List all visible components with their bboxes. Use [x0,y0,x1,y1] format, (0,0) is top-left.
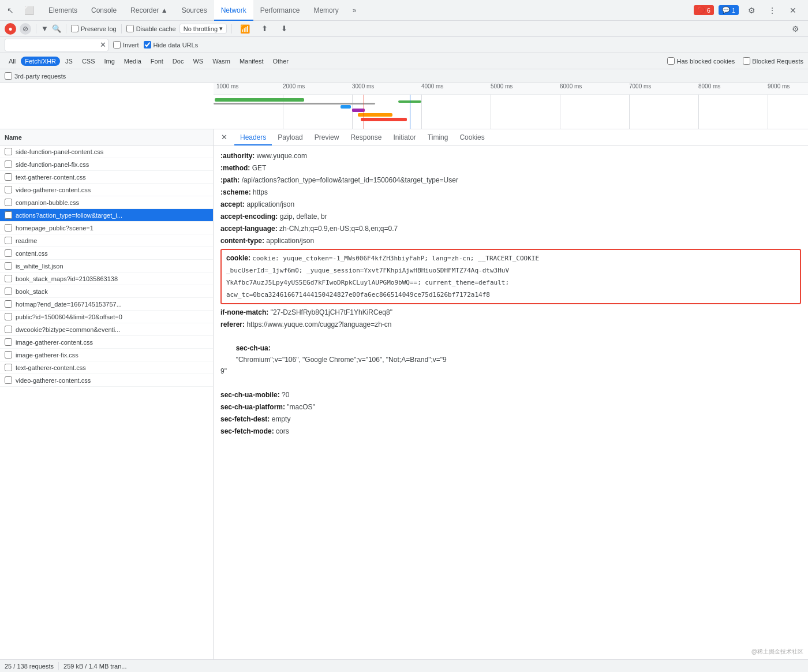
tab-console[interactable]: Console [84,0,124,21]
filter-js[interactable]: JS [61,57,77,66]
tab-initiator[interactable]: Initiator [387,129,421,145]
inspect-icon[interactable]: ⬜ [21,2,37,18]
filter-media[interactable]: Media [120,57,145,66]
req-name: side-function-panel-content.css [16,148,103,155]
req-checkbox[interactable] [5,326,12,333]
hk-sec-ch-ua-platform: sec-ch-ua-platform: [220,403,285,411]
network-settings-icon[interactable]: ⚙ [787,21,803,37]
blocked-requests-label: Blocked Requests [752,58,803,65]
tab-performance[interactable]: Performance [253,0,307,21]
req-checkbox[interactable] [5,262,12,270]
tab-preview[interactable]: Preview [309,129,345,145]
download-icon[interactable]: ⬇ [276,21,292,37]
hk-if-none-match: if-none-match: [220,308,268,316]
list-item-selected[interactable]: actions?action_type=follow&target_i... [0,209,213,222]
time-label-9000: 9000 ms [768,83,790,89]
filter-css[interactable]: CSS [78,57,99,66]
search-icon[interactable]: 🔍 [52,24,61,33]
tab-recorder[interactable]: Recorder ▲ [124,0,175,21]
tab-network[interactable]: Network [214,0,253,21]
req-checkbox[interactable] [5,224,12,232]
upload-icon[interactable]: ⬆ [256,21,272,37]
has-blocked-cookies-check[interactable]: Has blocked cookies [667,57,735,65]
tab-response[interactable]: Response [345,129,387,145]
wifi-icon[interactable]: 📶 [237,21,253,37]
req-checkbox[interactable] [5,199,12,206]
list-item[interactable]: video-gatherer-content.css [0,184,213,196]
req-checkbox[interactable] [5,338,12,346]
tab-elements[interactable]: Elements [42,0,84,21]
disable-cache-checkbox[interactable]: Disable cache [126,25,176,32]
req-checkbox[interactable] [5,300,12,308]
list-item[interactable]: image-gatherer-fix.css [0,349,213,361]
list-item[interactable]: public?id=1500604&limit=20&offset=0 [0,311,213,323]
req-checkbox[interactable] [5,173,12,181]
filter-doc[interactable]: Doc [169,57,188,66]
message-badge[interactable]: 💬 1 [719,5,739,15]
list-item[interactable]: homepage_public?scene=1 [0,222,213,234]
close-detail-button[interactable]: ✕ [218,132,230,143]
list-item[interactable]: companion-bubble.css [0,196,213,209]
search-clear-icon[interactable]: ✕ [100,40,106,49]
clear-button[interactable]: ⊘ [20,23,31,35]
list-item[interactable]: side-function-panel-content.css [0,145,213,158]
filter-ws[interactable]: WS [189,57,207,66]
hide-data-urls-checkbox[interactable]: Hide data URLs [144,41,199,48]
list-item[interactable]: readme [0,234,213,247]
list-item[interactable]: is_white_list.json [0,260,213,272]
tab-cookies[interactable]: Cookies [454,129,490,145]
invert-label: Invert [123,42,139,48]
list-item[interactable]: side-function-panel-fix.css [0,158,213,171]
filter-manifest[interactable]: Manifest [235,57,268,66]
list-item[interactable]: dwcookie?biztype=common&eventi... [0,323,213,336]
filter-img[interactable]: Img [100,57,119,66]
list-item[interactable]: video-gatherer-content.css [0,374,213,387]
req-checkbox[interactable] [5,160,12,168]
req-checkbox[interactable] [5,376,12,384]
list-item[interactable]: book_stack_maps?id=21035863138 [0,272,213,285]
req-checkbox[interactable] [5,313,12,320]
tab-payload[interactable]: Payload [272,129,308,145]
req-checkbox[interactable] [5,148,12,155]
req-checkbox[interactable] [5,211,12,219]
filter-fetch-xhr[interactable]: Fetch/XHR [21,57,60,66]
req-checkbox[interactable] [5,237,12,244]
req-checkbox[interactable] [5,288,12,295]
invert-checkbox[interactable]: Invert [113,41,139,48]
req-checkbox[interactable] [5,186,12,193]
filter-font[interactable]: Font [147,57,167,66]
tab-headers[interactable]: Headers [234,129,272,145]
thirdparty-checkbox[interactable]: 3rd-party requests [5,72,66,80]
list-item[interactable]: book_stack [0,285,213,298]
tab-memory[interactable]: Memory [306,0,345,21]
more-options-icon[interactable]: ⋮ [764,2,780,18]
settings-icon[interactable]: ⚙ [743,2,760,18]
preserve-log-checkbox[interactable]: Preserve log [71,25,117,32]
search-input[interactable] [5,39,109,51]
devtools-icon-area: ↖ ⬜ [2,2,37,18]
list-item[interactable]: image-gatherer-content.css [0,336,213,349]
req-checkbox[interactable] [5,275,12,282]
req-checkbox[interactable] [5,249,12,257]
list-item[interactable]: text-gatherer-content.css [0,171,213,184]
list-item[interactable]: content.css [0,247,213,260]
record-button[interactable]: ● [5,23,16,35]
req-name: content.css [16,250,48,257]
tab-more[interactable]: » [346,0,364,21]
blocked-requests-check[interactable]: Blocked Requests [743,57,803,65]
req-checkbox[interactable] [5,364,12,371]
throttling-select[interactable]: No throttling ▾ [179,24,227,33]
pointer-icon[interactable]: ↖ [2,2,18,18]
filter-other[interactable]: Other [268,57,293,66]
filter-wasm[interactable]: Wasm [208,57,234,66]
list-item[interactable]: text-gatherer-content.css [0,361,213,374]
filter-all[interactable]: All [5,57,20,66]
error-badge[interactable]: 🚫 6 [694,5,714,15]
cookie-val-4: acw_tc=0bca324616671444150424827e00fa6ec… [226,291,490,298]
close-devtools-icon[interactable]: ✕ [785,2,801,18]
req-checkbox[interactable] [5,351,12,359]
filter-icon[interactable]: ▼ [41,24,48,33]
tab-sources[interactable]: Sources [175,0,214,21]
tab-timing[interactable]: Timing [422,129,454,145]
list-item[interactable]: hotmap?end_date=1667145153757... [0,298,213,311]
